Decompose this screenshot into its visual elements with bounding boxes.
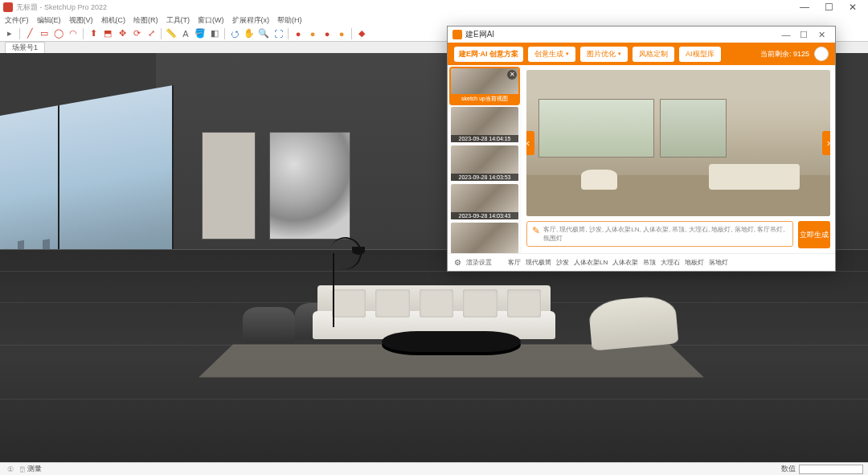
footer-tag[interactable]: 客厅 xyxy=(508,258,521,267)
tool-orbit[interactable]: ⭯ xyxy=(228,27,241,40)
ai-btn-style[interactable]: 风格定制 xyxy=(633,47,674,62)
menu-edit[interactable]: 编辑(E) xyxy=(37,15,61,26)
tool-text[interactable]: A xyxy=(179,27,192,40)
footer-tag[interactable]: 大理石 xyxy=(661,258,680,267)
status-right-text: 数值 xyxy=(781,464,796,474)
menu-camera[interactable]: 相机(C) xyxy=(101,15,126,26)
prompt-text: 客厅, 现代极简, 沙发, 人体衣架LN, 人体衣架, 吊顶, 大理石, 地板灯… xyxy=(543,225,788,243)
tool-tape[interactable]: 📏 xyxy=(165,27,178,40)
scene-tab[interactable]: 场景号1 xyxy=(5,42,45,53)
thumbnail-label: 2023-09-28 14:03:43 xyxy=(451,212,518,219)
tool-eraser[interactable]: ◧ xyxy=(208,27,221,40)
ai-btn-model-lib[interactable]: AI模型库 xyxy=(679,47,721,62)
ai-thumbnail-list[interactable]: ✕ sketch up当前视图 2023-09-28 14:04:15 2023… xyxy=(448,65,522,253)
status-help-icon[interactable]: ⍰ xyxy=(16,465,27,473)
generate-button[interactable]: 立即生成 xyxy=(798,221,830,248)
ai-body: ✕ sketch up当前视图 2023-09-28 14:04:15 2023… xyxy=(448,65,835,253)
thumbnail-history-3[interactable]: 2023-09-28 14:03:43 xyxy=(451,184,518,219)
menu-tools[interactable]: 工具(T) xyxy=(166,15,190,26)
menu-help[interactable]: 帮助(H) xyxy=(277,15,302,26)
tool-pushpull[interactable]: ⬆ xyxy=(87,27,100,40)
ai-main-area: ‹ › ✎ 客厅, 现代极简, 沙发, 人体衣架LN, 人体衣架, 吊顶, 大理… xyxy=(522,65,835,253)
footer-tag[interactable]: 落地灯 xyxy=(709,258,728,267)
scene-coffee-table xyxy=(382,331,521,351)
preview-prev-icon[interactable]: ‹ xyxy=(526,131,534,155)
ai-plugin-panel: 建E网AI — ☐ ✕ 建E网·AI 创意方案 创意生成▾ 图片优化▾ 风格定制… xyxy=(447,26,836,272)
ai-logo: 建E网·AI 创意方案 xyxy=(454,47,523,62)
window-minimize[interactable]: — xyxy=(792,2,817,13)
ai-window-close[interactable]: ✕ xyxy=(813,30,830,40)
prompt-input[interactable]: ✎ 客厅, 现代极简, 沙发, 人体衣架LN, 人体衣架, 吊顶, 大理石, 地… xyxy=(526,221,793,247)
tool-line[interactable]: ╱ xyxy=(23,27,36,40)
thumbnail-label: 2023-09-28 14:04:15 xyxy=(451,135,518,142)
ai-window-title: 建E网AI xyxy=(465,29,494,40)
tool-select[interactable]: ▸ xyxy=(3,27,16,40)
measurement-input[interactable] xyxy=(799,465,863,474)
thumbnail-history-2[interactable]: 2023-09-28 14:03:53 xyxy=(451,145,518,181)
footer-tag[interactable]: 人体衣架 xyxy=(612,258,638,267)
thumbnail-history-1[interactable]: 2023-09-28 14:04:15 xyxy=(451,107,518,142)
ai-preview-image[interactable]: ‹ › xyxy=(526,70,830,216)
tool-plugin-3[interactable]: ● xyxy=(321,27,334,40)
footer-tag[interactable]: 沙发 xyxy=(556,258,569,267)
tool-zoom[interactable]: 🔍 xyxy=(257,27,270,40)
menu-view[interactable]: 视图(V) xyxy=(69,15,93,26)
tool-circle[interactable]: ◯ xyxy=(52,27,65,40)
status-left-text: 测量 xyxy=(27,464,42,474)
menu-file[interactable]: 文件(F) xyxy=(5,15,29,26)
ai-btn-creative[interactable]: 创意生成▾ xyxy=(528,47,575,62)
tool-plugin-5[interactable]: ◆ xyxy=(355,27,368,40)
thumbnail-label: sketch up当前视图 xyxy=(451,94,518,104)
tool-pan[interactable]: ✋ xyxy=(243,27,256,40)
footer-tag[interactable]: 地板灯 xyxy=(685,258,704,267)
scene-recess xyxy=(202,132,256,240)
scene-marble-panel xyxy=(269,132,350,240)
ai-footer: ⚙ 渲染设置 客厅 现代极简 沙发 人体衣架LN 人体衣架 吊顶 大理石 地板灯… xyxy=(448,253,835,271)
app-titlebar: 无标题 - SketchUp Pro 2022 — ☐ ✕ xyxy=(0,0,868,14)
caret-icon: ▾ xyxy=(566,51,569,57)
menu-window[interactable]: 窗口(W) xyxy=(198,15,224,26)
ai-window-maximize[interactable]: ☐ xyxy=(795,30,813,40)
footer-tag[interactable]: 人体衣架LN xyxy=(574,258,608,267)
ai-header: 建E网·AI 创意方案 创意生成▾ 图片优化▾ 风格定制 AI模型库 当前剩余:… xyxy=(448,43,835,65)
user-avatar[interactable] xyxy=(814,47,829,61)
preview-next-icon[interactable]: › xyxy=(822,131,830,155)
window-close[interactable]: ✕ xyxy=(841,2,865,13)
menubar: 文件(F) 编辑(E) 视图(V) 相机(C) 绘图(R) 工具(T) 窗口(W… xyxy=(0,14,868,26)
tool-move[interactable]: ✥ xyxy=(116,27,129,40)
ai-window-minimize[interactable]: — xyxy=(777,30,795,39)
tool-offset[interactable]: ⬒ xyxy=(101,27,114,40)
ai-btn-optimize[interactable]: 图片优化▾ xyxy=(580,47,628,62)
menu-extensions[interactable]: 扩展程序(x) xyxy=(232,15,270,26)
thumbnail-current-view[interactable]: ✕ sketch up当前视图 xyxy=(451,68,518,104)
window-maximize[interactable]: ☐ xyxy=(817,2,841,13)
ai-titlebar[interactable]: 建E网AI — ☐ ✕ xyxy=(448,27,835,43)
render-settings-label[interactable]: 渲染设置 xyxy=(466,258,492,267)
thumbnail-close-icon[interactable]: ✕ xyxy=(507,70,517,80)
tool-plugin-2[interactable]: ● xyxy=(306,27,319,40)
statusbar: ① ⍰ 测量 数值 xyxy=(0,462,868,475)
footer-tag[interactable]: 现代极简 xyxy=(526,258,551,267)
ai-app-icon xyxy=(452,30,462,39)
caret-icon: ▾ xyxy=(618,51,621,57)
tool-scale[interactable]: ⤢ xyxy=(145,27,158,40)
app-title: 无标题 - SketchUp Pro 2022 xyxy=(16,2,107,13)
status-info-icon[interactable]: ① xyxy=(5,465,16,473)
tool-arc[interactable]: ◠ xyxy=(67,27,80,40)
app-icon xyxy=(3,2,13,12)
tool-rotate[interactable]: ⟳ xyxy=(130,27,143,40)
thumbnail-label: 2023-09-28 14:03:53 xyxy=(451,174,518,181)
scene-floor-lamp xyxy=(330,253,336,327)
tool-plugin-1[interactable]: ● xyxy=(292,27,305,40)
tool-zoomextents[interactable]: ⛶ xyxy=(272,27,285,40)
tool-plugin-4[interactable]: ● xyxy=(335,27,348,40)
tool-paint[interactable]: 🪣 xyxy=(194,27,207,40)
ai-credit-balance: 当前剩余: 9125 xyxy=(760,49,809,59)
thumbnail-history-4[interactable] xyxy=(451,223,518,253)
tool-rect[interactable]: ▭ xyxy=(38,27,51,40)
footer-tag[interactable]: 吊顶 xyxy=(643,258,656,267)
gear-icon[interactable]: ⚙ xyxy=(454,258,461,267)
edit-icon: ✎ xyxy=(532,225,540,236)
scene-armchair-1 xyxy=(243,307,295,344)
menu-draw[interactable]: 绘图(R) xyxy=(133,15,158,26)
